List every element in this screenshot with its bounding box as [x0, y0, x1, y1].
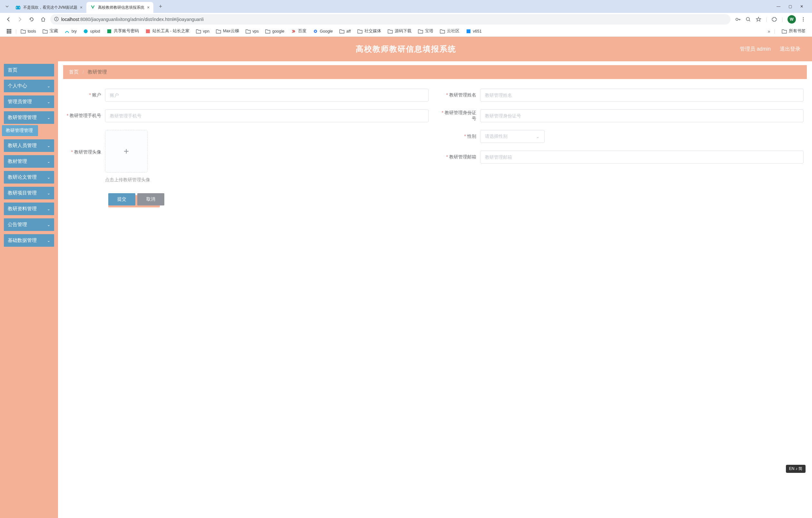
bookmark-folder[interactable]: Max云梯: [213, 27, 242, 35]
vue-icon: [90, 5, 95, 10]
url-text: localhost:8080/jiaoyanguanlixitong/admin…: [61, 17, 727, 22]
all-bookmarks[interactable]: 所有书签: [779, 27, 808, 35]
svg-rect-2: [19, 7, 20, 8]
tab-inactive[interactable]: 不是我吹，看完这个JVM面试题 ×: [11, 2, 86, 13]
address-bar[interactable]: localhost:8080/jiaoyanguanlixitong/admin…: [50, 14, 730, 25]
sidebar-item-basedata[interactable]: 基础数据管理⌄: [4, 234, 54, 247]
submit-button[interactable]: 提交: [108, 193, 135, 206]
svg-point-4: [56, 18, 57, 18]
window-controls: — ▢ ✕: [776, 4, 809, 9]
sidebar-sub-research-mgmt[interactable]: 教研管理管理: [2, 125, 38, 136]
sidebar-item-material[interactable]: 教研资料管理⌄: [4, 202, 54, 215]
app-title: 高校教师教研信息填报系统: [356, 44, 456, 54]
sidebar-item-personal[interactable]: 个人中心⌄: [4, 80, 54, 92]
bookmark-folder[interactable]: vps: [243, 28, 261, 35]
close-button[interactable]: ✕: [799, 4, 804, 9]
avatar-label: 教研管理头像: [66, 149, 105, 155]
reload-button[interactable]: [27, 15, 36, 24]
form-item-account: 账户: [66, 89, 429, 102]
idcard-label: 教研管理身份证号: [441, 110, 480, 121]
forward-button[interactable]: [16, 15, 25, 24]
breadcrumb-home[interactable]: 首页: [69, 69, 79, 75]
bookmark-item[interactable]: Google: [310, 27, 336, 35]
extensions-icon[interactable]: [772, 17, 777, 22]
form-item-name: 教研管理姓名: [441, 89, 804, 102]
ime-indicator[interactable]: EN ♪ 简: [786, 465, 806, 473]
password-icon[interactable]: [735, 17, 741, 22]
svg-rect-17: [7, 32, 8, 33]
email-input[interactable]: [480, 151, 804, 164]
zoom-icon[interactable]: [745, 17, 751, 22]
idcard-input[interactable]: [480, 109, 804, 122]
bookmark-folder[interactable]: 源码下载: [385, 27, 414, 35]
svg-rect-22: [146, 29, 150, 33]
svg-rect-21: [107, 29, 111, 33]
main-layout: 首页 个人中心⌄ 管理员管理⌄ 教研管理管理⌄ 教研管理管理 教研人员管理⌄ 教…: [0, 61, 812, 518]
tab-active[interactable]: 高校教师教研信息填报系统 ×: [86, 2, 153, 13]
maximize-button[interactable]: ▢: [787, 4, 793, 9]
chevron-down-icon: ⌄: [47, 84, 50, 88]
sidebar-item-admin[interactable]: 管理员管理⌄: [4, 96, 54, 108]
toolbar-icons: | | W: [733, 15, 808, 24]
form-item-avatar: 教研管理头像 + 点击上传教研管理头像: [66, 130, 429, 183]
profile-avatar[interactable]: W: [787, 15, 796, 24]
bookmark-folder[interactable]: 宝藏: [40, 27, 61, 35]
name-input[interactable]: [480, 89, 804, 102]
bookmark-folder[interactable]: 宝塔: [415, 27, 436, 35]
bookmark-folder[interactable]: 社交媒体: [355, 27, 384, 35]
plus-icon: +: [124, 146, 129, 157]
bookmark-folder[interactable]: aff: [337, 28, 353, 35]
home-button[interactable]: [39, 15, 48, 24]
name-label: 教研管理姓名: [441, 92, 480, 98]
svg-rect-11: [7, 29, 8, 30]
bookmark-item[interactable]: 共享账号密码: [104, 27, 141, 35]
svg-rect-12: [8, 29, 10, 30]
site-info-icon[interactable]: [54, 17, 59, 22]
bookmark-item[interactable]: uplod: [81, 27, 103, 35]
chevron-down-icon: ⌄: [536, 134, 540, 139]
chevron-down-icon: ⌄: [47, 100, 50, 104]
sidebar-item-project[interactable]: 教研项目管理⌄: [4, 187, 54, 199]
phone-input[interactable]: [105, 109, 429, 122]
form: 账户 教研管理姓名 教研管理手机号 教研管理身份证号 教研管理头像: [63, 79, 807, 212]
user-label[interactable]: 管理员 admin: [740, 46, 771, 53]
bookmarks-bar: | tools 宝藏 txy uplod 共享账号密码 站长工具 - 站长之家 …: [0, 26, 812, 37]
gender-select[interactable]: 请选择性别 ⌄: [480, 130, 545, 143]
tab-list-dropdown[interactable]: [3, 2, 11, 11]
cancel-button[interactable]: 取消: [137, 193, 164, 206]
chevron-down-icon: ⌄: [47, 115, 50, 120]
bookmark-folder[interactable]: 云社区: [437, 27, 462, 35]
svg-point-6: [736, 18, 738, 21]
svg-rect-13: [10, 29, 11, 30]
bookmark-folder[interactable]: tools: [18, 28, 39, 35]
svg-point-9: [803, 19, 804, 20]
sidebar-item-textbook[interactable]: 教材管理⌄: [4, 155, 54, 168]
minimize-button[interactable]: —: [776, 4, 781, 9]
tab-close-icon[interactable]: ×: [147, 5, 149, 10]
bookmark-item[interactable]: 站长工具 - 站长之家: [143, 27, 192, 35]
sidebar-item-announce[interactable]: 公告管理⌄: [4, 218, 54, 231]
bookmark-item[interactable]: v651: [463, 27, 484, 35]
chevron-down-icon: ⌄: [47, 175, 50, 180]
bookmarks-overflow-icon[interactable]: »: [768, 29, 771, 34]
svg-rect-18: [8, 32, 10, 33]
new-tab-button[interactable]: +: [156, 2, 165, 11]
bookmark-folder[interactable]: google: [263, 28, 287, 35]
sidebar-item-paper[interactable]: 教研论文管理⌄: [4, 171, 54, 184]
bookmark-star-icon[interactable]: [756, 17, 761, 22]
avatar-upload[interactable]: +: [105, 130, 148, 172]
bookmark-item[interactable]: 百度: [288, 27, 309, 35]
chevron-down-icon: ⌄: [47, 159, 50, 164]
tab-close-icon[interactable]: ×: [80, 5, 83, 10]
back-button[interactable]: [4, 15, 13, 24]
sidebar-item-staff[interactable]: 教研人员管理⌄: [4, 139, 54, 152]
bookmark-folder[interactable]: vpn: [193, 28, 212, 35]
sidebar-item-research-mgmt[interactable]: 教研管理管理⌄: [4, 111, 54, 124]
sidebar-home[interactable]: 首页: [4, 64, 54, 77]
breadcrumb: 首页 / 教研管理: [63, 65, 807, 79]
logout-link[interactable]: 退出登录: [780, 46, 801, 53]
bookmark-item[interactable]: txy: [62, 27, 79, 35]
apps-button[interactable]: [4, 27, 14, 35]
account-input[interactable]: [105, 89, 429, 102]
menu-icon[interactable]: [801, 17, 806, 22]
